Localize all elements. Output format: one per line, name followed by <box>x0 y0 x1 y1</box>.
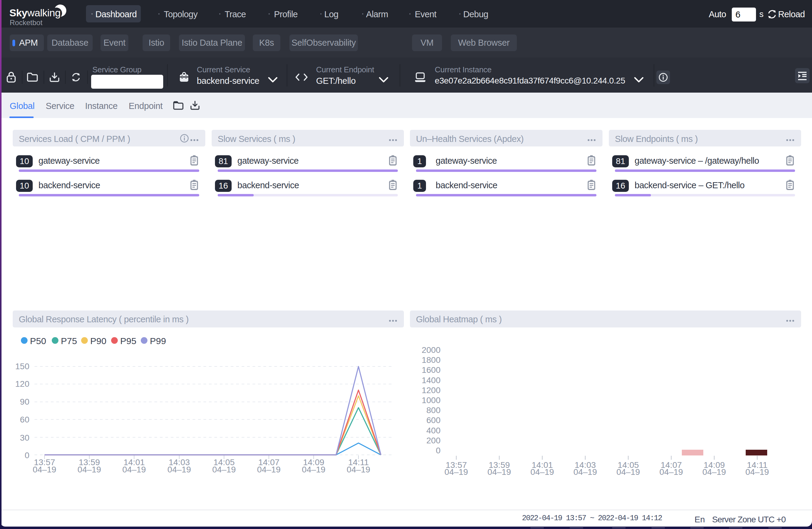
svg-text:04–19: 04–19 <box>531 467 554 476</box>
svg-text:13:57: 13:57 <box>446 460 467 470</box>
svg-text:14:05: 14:05 <box>618 460 639 470</box>
svg-text:14:05: 14:05 <box>214 458 235 467</box>
svg-text:13:57: 13:57 <box>34 458 55 467</box>
svg-text:04–19: 04–19 <box>168 465 191 474</box>
svg-text:04–19: 04–19 <box>702 467 726 476</box>
svg-text:13:59: 13:59 <box>79 458 100 467</box>
svg-text:1200: 1200 <box>422 385 440 395</box>
svg-text:04–19: 04–19 <box>488 467 511 476</box>
svg-text:800: 800 <box>426 406 440 415</box>
svg-text:90: 90 <box>20 397 29 407</box>
svg-text:14:09: 14:09 <box>704 460 725 470</box>
svg-text:14:01: 14:01 <box>532 460 553 470</box>
svg-text:04–19: 04–19 <box>122 465 146 474</box>
svg-text:04–19: 04–19 <box>617 467 640 476</box>
svg-text:14:03: 14:03 <box>575 460 596 470</box>
svg-text:14:03: 14:03 <box>169 458 190 467</box>
svg-text:04–19: 04–19 <box>445 467 468 476</box>
svg-text:14:07: 14:07 <box>661 460 682 470</box>
svg-text:04–19: 04–19 <box>659 467 683 476</box>
svg-text:04–19: 04–19 <box>745 467 769 476</box>
svg-text:2000: 2000 <box>422 345 440 355</box>
svg-text:1000: 1000 <box>422 396 440 405</box>
svg-text:600: 600 <box>426 415 440 425</box>
svg-text:30: 30 <box>20 433 29 442</box>
svg-text:04–19: 04–19 <box>77 465 101 474</box>
svg-text:1600: 1600 <box>422 365 440 374</box>
svg-text:14:01: 14:01 <box>124 458 145 467</box>
svg-text:400: 400 <box>426 426 440 435</box>
svg-text:0: 0 <box>25 451 29 460</box>
svg-text:14:07: 14:07 <box>258 458 279 467</box>
svg-text:200: 200 <box>426 436 440 445</box>
svg-text:04–19: 04–19 <box>347 465 370 474</box>
svg-text:1400: 1400 <box>422 376 440 385</box>
svg-text:120: 120 <box>15 379 29 388</box>
svg-text:14:11: 14:11 <box>747 460 768 470</box>
svg-text:04–19: 04–19 <box>257 465 281 474</box>
svg-text:14:11: 14:11 <box>348 458 369 467</box>
svg-text:04–19: 04–19 <box>212 465 236 474</box>
svg-text:04–19: 04–19 <box>33 465 56 474</box>
svg-text:150: 150 <box>15 362 29 371</box>
svg-text:1800: 1800 <box>422 355 440 365</box>
svg-text:60: 60 <box>20 415 29 424</box>
svg-text:04–19: 04–19 <box>302 465 325 474</box>
svg-text:13:59: 13:59 <box>489 460 510 470</box>
svg-text:04–19: 04–19 <box>574 467 597 476</box>
svg-text:14:09: 14:09 <box>303 458 324 467</box>
svg-text:0: 0 <box>436 446 440 455</box>
